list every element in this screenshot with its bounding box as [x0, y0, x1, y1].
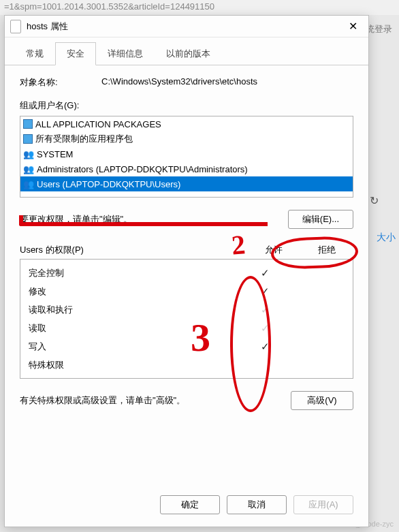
list-item-label: SYSTEM: [37, 149, 73, 159]
group-users-listbox[interactable]: ALL APPLICATION PACKAGES所有受限制的应用程序包👥SYST…: [20, 116, 353, 198]
browser-url-fragment: =1&spm=1001.2014.3001.5352&articleId=124…: [0, 0, 399, 15]
object-name-label: 对象名称:: [20, 76, 101, 89]
permission-name: 完全控制: [29, 267, 238, 279]
permission-row: 完全控制✓: [20, 264, 353, 282]
list-item[interactable]: ALL APPLICATION PACKAGES: [20, 116, 353, 131]
dialog-title: hosts 属性: [27, 20, 343, 33]
allow-check: ✓: [238, 267, 291, 279]
permission-row: 特殊权限: [20, 356, 353, 374]
refresh-icon[interactable]: ↻: [370, 194, 379, 207]
apply-button[interactable]: 应用(A): [293, 495, 353, 514]
users-icon: 👥: [23, 150, 34, 159]
users-icon: 👥: [23, 180, 34, 189]
users-icon: 👥: [23, 165, 34, 174]
deny-column-header: 拒绝: [300, 244, 353, 256]
properties-dialog: hosts 属性 ✕ 常规安全详细信息以前的版本 对象名称: C:\Window…: [4, 15, 369, 527]
tab-0[interactable]: 常规: [14, 42, 55, 65]
list-item-label: Users (LAPTOP-DDKQKTPU\Users): [37, 179, 180, 189]
permissions-listbox: 完全控制✓修改✓读取和执行✓读取✓写入✓特殊权限: [20, 259, 353, 379]
close-button[interactable]: ✕: [343, 17, 363, 35]
permissions-header: Users 的权限(P) 允许 拒绝: [20, 244, 353, 256]
advanced-row: 有关特殊权限或高级设置，请单击"高级"。 高级(V): [20, 391, 353, 410]
advanced-hint-text: 有关特殊权限或高级设置，请单击"高级"。: [20, 394, 291, 407]
permission-row: 读取和执行✓: [20, 300, 353, 319]
permission-name: 修改: [29, 285, 238, 298]
permission-row: 写入✓: [20, 337, 353, 356]
allow-check: ✓: [238, 322, 291, 334]
bg-size-text: 大小: [377, 232, 396, 244]
permission-name: 读取和执行: [29, 304, 238, 316]
permission-name: 特殊权限: [29, 359, 238, 371]
dialog-footer: 确定 取消 应用(A): [5, 486, 368, 527]
allow-check: ✓: [238, 285, 291, 298]
object-name-value: C:\Windows\System32\drivers\etc\hosts: [101, 76, 353, 89]
list-item[interactable]: 👥Administrators (LAPTOP-DDKQKTPU\Adminis…: [20, 161, 353, 176]
list-item[interactable]: 所有受限制的应用程序包: [20, 131, 353, 146]
list-item[interactable]: 👥SYSTEM: [20, 146, 353, 161]
tab-1[interactable]: 安全: [55, 42, 96, 65]
tab-content-security: 对象名称: C:\Windows\System32\drivers\etc\ho…: [5, 65, 368, 486]
edit-permissions-row: 要更改权限，请单击"编辑"。 编辑(E)...: [20, 210, 353, 229]
dialog-titlebar: hosts 属性 ✕: [5, 16, 368, 37]
package-icon: [23, 134, 33, 144]
allow-check: ✓: [238, 341, 291, 353]
list-item[interactable]: 👥Users (LAPTOP-DDKQKTPU\Users): [20, 176, 353, 191]
package-icon: [23, 119, 33, 129]
edit-button[interactable]: 编辑(E)...: [288, 210, 353, 229]
edit-hint-text: 要更改权限，请单击"编辑"。: [20, 213, 288, 225]
permission-name: 读取: [29, 322, 238, 334]
permission-row: 修改✓: [20, 282, 353, 300]
list-item-label: ALL APPLICATION PACKAGES: [35, 119, 161, 129]
tab-strip: 常规安全详细信息以前的版本: [5, 37, 368, 65]
tab-3[interactable]: 以前的版本: [155, 42, 222, 65]
file-icon: [10, 20, 21, 33]
allow-check: ✓: [238, 304, 291, 316]
object-name-row: 对象名称: C:\Windows\System32\drivers\etc\ho…: [20, 76, 353, 89]
advanced-button[interactable]: 高级(V): [291, 391, 353, 410]
permissions-title: Users 的权限(P): [20, 244, 247, 256]
list-item-label: Administrators (LAPTOP-DDKQKTPU\Administ…: [37, 164, 248, 174]
permission-name: 写入: [29, 341, 238, 353]
cancel-button[interactable]: 取消: [227, 495, 287, 514]
permission-row: 读取✓: [20, 319, 353, 337]
allow-column-header: 允许: [247, 244, 300, 256]
ok-button[interactable]: 确定: [160, 495, 220, 514]
group-users-label: 组或用户名(G):: [20, 99, 353, 112]
list-item-label: 所有受限制的应用程序包: [35, 133, 133, 145]
tab-2[interactable]: 详细信息: [96, 42, 155, 65]
